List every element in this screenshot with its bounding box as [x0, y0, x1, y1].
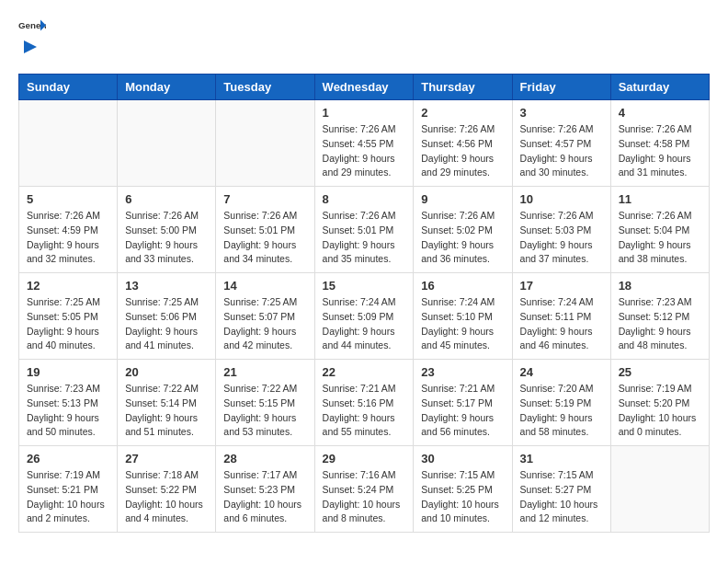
day-info: Sunrise: 7:26 AM Sunset: 5:01 PM Dayligh…	[223, 209, 306, 267]
calendar-cell	[19, 100, 118, 187]
calendar-cell: 20Sunrise: 7:22 AM Sunset: 5:14 PM Dayli…	[118, 360, 216, 446]
calendar-cell: 11Sunrise: 7:26 AM Sunset: 5:04 PM Dayli…	[610, 187, 709, 273]
day-number: 1	[323, 106, 406, 120]
day-info: Sunrise: 7:16 AM Sunset: 5:24 PM Dayligh…	[323, 468, 406, 526]
day-info: Sunrise: 7:26 AM Sunset: 5:01 PM Dayligh…	[323, 209, 406, 267]
calendar-cell: 30Sunrise: 7:15 AM Sunset: 5:25 PM Dayli…	[414, 446, 512, 533]
day-number: 13	[125, 279, 208, 293]
week-row-5: 26Sunrise: 7:19 AM Sunset: 5:21 PM Dayli…	[19, 446, 710, 533]
day-number: 27	[125, 452, 208, 465]
day-info: Sunrise: 7:25 AM Sunset: 5:07 PM Dayligh…	[223, 295, 306, 353]
day-number: 30	[421, 452, 504, 465]
day-number: 24	[520, 365, 603, 379]
day-number: 18	[619, 279, 701, 293]
calendar-cell: 23Sunrise: 7:21 AM Sunset: 5:17 PM Dayli…	[414, 360, 512, 446]
logo: General	[18, 18, 46, 59]
week-row-4: 19Sunrise: 7:23 AM Sunset: 5:13 PM Dayli…	[19, 360, 710, 446]
day-info: Sunrise: 7:15 AM Sunset: 5:27 PM Dayligh…	[520, 468, 603, 526]
day-number: 23	[421, 365, 504, 379]
day-number: 4	[619, 106, 701, 120]
day-info: Sunrise: 7:20 AM Sunset: 5:19 PM Dayligh…	[520, 382, 603, 440]
logo-icon: General	[18, 18, 46, 35]
calendar-cell: 28Sunrise: 7:17 AM Sunset: 5:23 PM Dayli…	[216, 446, 314, 533]
column-header-friday: Friday	[512, 75, 610, 100]
calendar-cell: 19Sunrise: 7:23 AM Sunset: 5:13 PM Dayli…	[19, 360, 118, 446]
calendar-cell: 27Sunrise: 7:18 AM Sunset: 5:22 PM Dayli…	[118, 446, 216, 533]
calendar-cell: 5Sunrise: 7:26 AM Sunset: 4:59 PM Daylig…	[19, 187, 118, 273]
calendar-cell: 10Sunrise: 7:26 AM Sunset: 5:03 PM Dayli…	[512, 187, 610, 273]
day-info: Sunrise: 7:21 AM Sunset: 5:17 PM Dayligh…	[421, 382, 504, 440]
day-number: 14	[223, 279, 306, 293]
day-info: Sunrise: 7:17 AM Sunset: 5:23 PM Dayligh…	[223, 468, 306, 526]
day-info: Sunrise: 7:26 AM Sunset: 5:02 PM Dayligh…	[421, 209, 504, 267]
calendar-cell: 4Sunrise: 7:26 AM Sunset: 4:58 PM Daylig…	[610, 100, 709, 187]
day-info: Sunrise: 7:23 AM Sunset: 5:12 PM Dayligh…	[619, 295, 701, 353]
calendar-cell: 22Sunrise: 7:21 AM Sunset: 5:16 PM Dayli…	[314, 360, 414, 446]
day-info: Sunrise: 7:21 AM Sunset: 5:16 PM Dayligh…	[323, 382, 406, 440]
day-number: 6	[125, 192, 208, 206]
column-header-sunday: Sunday	[19, 75, 118, 100]
calendar-cell: 9Sunrise: 7:26 AM Sunset: 5:02 PM Daylig…	[414, 187, 512, 273]
day-info: Sunrise: 7:23 AM Sunset: 5:13 PM Dayligh…	[27, 382, 109, 440]
day-number: 12	[27, 279, 109, 293]
day-number: 19	[27, 365, 109, 379]
week-row-3: 12Sunrise: 7:25 AM Sunset: 5:05 PM Dayli…	[19, 273, 710, 360]
day-number: 10	[520, 192, 603, 206]
day-info: Sunrise: 7:19 AM Sunset: 5:20 PM Dayligh…	[619, 382, 701, 440]
day-number: 21	[223, 365, 306, 379]
calendar-cell: 31Sunrise: 7:15 AM Sunset: 5:27 PM Dayli…	[512, 446, 610, 533]
calendar-header-row: SundayMondayTuesdayWednesdayThursdayFrid…	[19, 75, 710, 100]
day-number: 25	[619, 365, 701, 379]
day-info: Sunrise: 7:22 AM Sunset: 5:15 PM Dayligh…	[223, 382, 306, 440]
column-header-thursday: Thursday	[414, 75, 512, 100]
calendar-cell	[118, 100, 216, 187]
day-number: 22	[323, 365, 406, 379]
page-header: General	[18, 18, 710, 59]
day-info: Sunrise: 7:26 AM Sunset: 4:58 PM Dayligh…	[619, 122, 701, 180]
svg-marker-2	[24, 40, 37, 53]
calendar-cell: 24Sunrise: 7:20 AM Sunset: 5:19 PM Dayli…	[512, 360, 610, 446]
day-number: 16	[421, 279, 504, 293]
day-number: 26	[27, 452, 109, 465]
day-info: Sunrise: 7:24 AM Sunset: 5:09 PM Dayligh…	[323, 295, 406, 353]
calendar-cell: 6Sunrise: 7:26 AM Sunset: 5:00 PM Daylig…	[118, 187, 216, 273]
calendar-cell: 29Sunrise: 7:16 AM Sunset: 5:24 PM Dayli…	[314, 446, 414, 533]
column-header-saturday: Saturday	[610, 75, 709, 100]
calendar-cell: 18Sunrise: 7:23 AM Sunset: 5:12 PM Dayli…	[610, 273, 709, 360]
calendar-cell: 16Sunrise: 7:24 AM Sunset: 5:10 PM Dayli…	[414, 273, 512, 360]
day-info: Sunrise: 7:26 AM Sunset: 4:57 PM Dayligh…	[520, 122, 603, 180]
day-number: 9	[421, 192, 504, 206]
day-info: Sunrise: 7:26 AM Sunset: 5:03 PM Dayligh…	[520, 209, 603, 267]
day-info: Sunrise: 7:24 AM Sunset: 5:10 PM Dayligh…	[421, 295, 504, 353]
week-row-1: 1Sunrise: 7:26 AM Sunset: 4:55 PM Daylig…	[19, 100, 710, 187]
day-info: Sunrise: 7:22 AM Sunset: 5:14 PM Dayligh…	[125, 382, 208, 440]
calendar-cell: 12Sunrise: 7:25 AM Sunset: 5:05 PM Dayli…	[19, 273, 118, 360]
calendar-cell: 17Sunrise: 7:24 AM Sunset: 5:11 PM Dayli…	[512, 273, 610, 360]
day-number: 29	[323, 452, 406, 465]
day-number: 31	[520, 452, 603, 465]
day-number: 3	[520, 106, 603, 120]
column-header-wednesday: Wednesday	[314, 75, 414, 100]
day-info: Sunrise: 7:24 AM Sunset: 5:11 PM Dayligh…	[520, 295, 603, 353]
day-info: Sunrise: 7:25 AM Sunset: 5:06 PM Dayligh…	[125, 295, 208, 353]
day-number: 28	[223, 452, 306, 465]
day-number: 17	[520, 279, 603, 293]
calendar-cell: 14Sunrise: 7:25 AM Sunset: 5:07 PM Dayli…	[216, 273, 314, 360]
calendar-cell	[216, 100, 314, 187]
calendar-cell: 1Sunrise: 7:26 AM Sunset: 4:55 PM Daylig…	[314, 100, 414, 187]
calendar-cell	[610, 446, 709, 533]
day-info: Sunrise: 7:18 AM Sunset: 5:22 PM Dayligh…	[125, 468, 208, 526]
day-info: Sunrise: 7:26 AM Sunset: 5:00 PM Dayligh…	[125, 209, 208, 267]
calendar-cell: 3Sunrise: 7:26 AM Sunset: 4:57 PM Daylig…	[512, 100, 610, 187]
logo-arrow-icon	[20, 37, 40, 57]
day-number: 2	[421, 106, 504, 120]
calendar-cell: 26Sunrise: 7:19 AM Sunset: 5:21 PM Dayli…	[19, 446, 118, 533]
column-header-tuesday: Tuesday	[216, 75, 314, 100]
calendar-cell: 15Sunrise: 7:24 AM Sunset: 5:09 PM Dayli…	[314, 273, 414, 360]
day-info: Sunrise: 7:26 AM Sunset: 4:55 PM Dayligh…	[323, 122, 406, 180]
calendar-cell: 2Sunrise: 7:26 AM Sunset: 4:56 PM Daylig…	[414, 100, 512, 187]
calendar-cell: 21Sunrise: 7:22 AM Sunset: 5:15 PM Dayli…	[216, 360, 314, 446]
column-header-monday: Monday	[118, 75, 216, 100]
day-info: Sunrise: 7:26 AM Sunset: 5:04 PM Dayligh…	[619, 209, 701, 267]
calendar-table: SundayMondayTuesdayWednesdayThursdayFrid…	[18, 74, 710, 533]
